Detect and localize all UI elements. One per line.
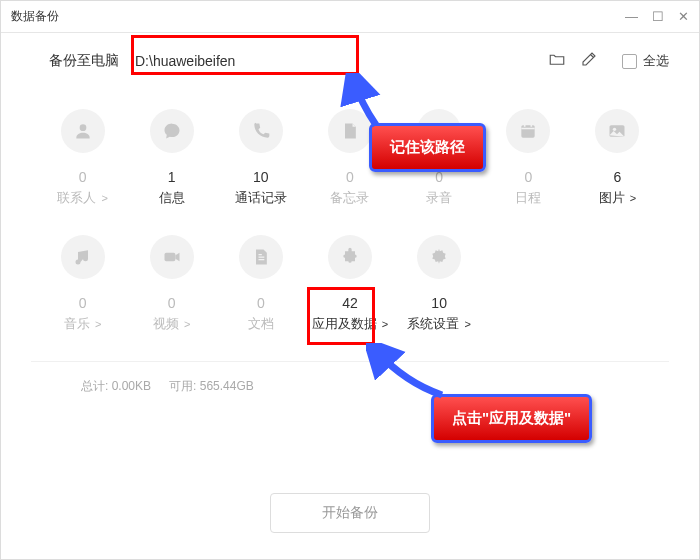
window-controls: — ☐ ✕	[625, 9, 689, 24]
doc-icon	[239, 235, 283, 279]
chevron-right-icon: >	[627, 192, 636, 204]
category-messages[interactable]: 1信息	[130, 109, 213, 207]
category-label: 系统设置 >	[407, 315, 470, 333]
category-calllog[interactable]: 10通话记录	[219, 109, 302, 207]
svg-point-0	[79, 124, 86, 131]
titlebar: 数据备份 — ☐ ✕	[1, 1, 699, 33]
chevron-right-icon: >	[98, 192, 107, 204]
select-all-label: 全选	[643, 52, 669, 70]
start-backup-button[interactable]: 开始备份	[270, 493, 430, 533]
gear-icon	[417, 235, 461, 279]
category-count: 0	[346, 169, 354, 185]
svg-rect-2	[522, 125, 535, 138]
close-icon[interactable]: ✕	[678, 9, 689, 24]
category-label: 图片 >	[599, 189, 636, 207]
chevron-right-icon: >	[379, 318, 388, 330]
category-label: 备忘录	[330, 189, 369, 207]
category-count: 10	[431, 295, 447, 311]
available-size: 可用: 565.44GB	[169, 378, 254, 395]
category-document[interactable]: 0文档	[219, 235, 302, 333]
category-row-1: 0联系人 >1信息10通话记录0备忘录0录音0日程6图片 >	[41, 109, 659, 207]
folder-open-icon[interactable]	[548, 50, 566, 72]
category-count: 1	[168, 169, 176, 185]
category-label: 音乐 >	[64, 315, 101, 333]
category-count: 0	[524, 169, 532, 185]
category-label: 联系人 >	[57, 189, 107, 207]
backup-path-bar: 备份至电脑 全选	[1, 33, 699, 89]
category-count: 0	[257, 295, 265, 311]
edit-icon[interactable]	[580, 50, 598, 72]
category-label: 应用及数据 >	[312, 315, 388, 333]
message-icon	[150, 109, 194, 153]
category-count: 0	[168, 295, 176, 311]
svg-rect-5	[164, 253, 175, 261]
category-pictures[interactable]: 6图片 >	[576, 109, 659, 207]
maximize-icon[interactable]: ☐	[652, 9, 664, 24]
minimize-icon[interactable]: —	[625, 9, 638, 24]
category-count: 0	[79, 169, 87, 185]
select-all-checkbox[interactable]: 全选	[622, 52, 669, 70]
chevron-right-icon: >	[181, 318, 190, 330]
calendar-icon	[506, 109, 550, 153]
image-icon	[595, 109, 639, 153]
category-appdata[interactable]: 42应用及数据 >	[308, 235, 391, 333]
category-label: 录音	[426, 189, 452, 207]
note-icon	[328, 109, 372, 153]
music-icon	[61, 235, 105, 279]
category-label: 视频 >	[153, 315, 190, 333]
backup-path-input[interactable]	[133, 45, 353, 77]
category-calendar[interactable]: 0日程	[487, 109, 570, 207]
category-contacts[interactable]: 0联系人 >	[41, 109, 124, 207]
category-label: 文档	[248, 315, 274, 333]
window-title: 数据备份	[11, 8, 625, 25]
category-count: 10	[253, 169, 269, 185]
chevron-right-icon: >	[92, 318, 101, 330]
chevron-right-icon: >	[461, 318, 470, 330]
callout-click-appdata: 点击"应用及数据"	[431, 394, 592, 443]
category-count: 6	[614, 169, 622, 185]
category-sysset[interactable]: 10系统设置 >	[398, 235, 481, 333]
category-row-2: 0音乐 >0视频 >0文档42应用及数据 >10系统设置 >	[41, 235, 659, 333]
backup-to-label: 备份至电脑	[49, 52, 119, 70]
category-music[interactable]: 0音乐 >	[41, 235, 124, 333]
callout-remember-path: 记住该路径	[369, 123, 486, 172]
person-icon	[61, 109, 105, 153]
category-grid: 0联系人 >1信息10通话记录0备忘录0录音0日程6图片 > 0音乐 >0视频 …	[1, 89, 699, 333]
category-label: 通话记录	[235, 189, 287, 207]
phone-icon	[239, 109, 283, 153]
path-actions	[548, 50, 598, 72]
category-label: 信息	[159, 189, 185, 207]
category-label: 日程	[515, 189, 541, 207]
category-count: 0	[79, 295, 87, 311]
video-icon	[150, 235, 194, 279]
svg-point-4	[613, 128, 616, 131]
checkbox-icon	[622, 54, 637, 69]
puzzle-icon	[328, 235, 372, 279]
path-input-wrap	[133, 45, 353, 77]
category-video[interactable]: 0视频 >	[130, 235, 213, 333]
category-count: 42	[342, 295, 358, 311]
total-size: 总计: 0.00KB	[81, 378, 151, 395]
